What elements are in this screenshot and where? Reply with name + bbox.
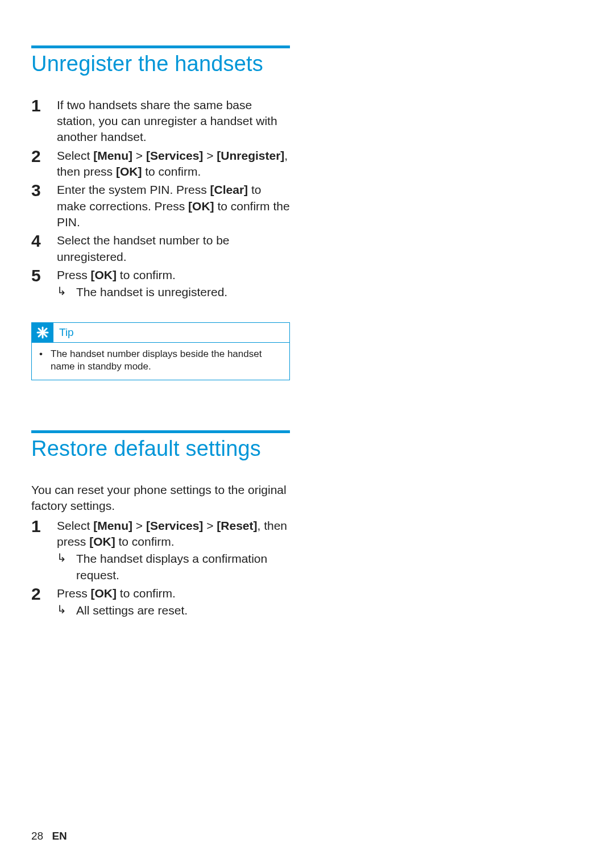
step-result: ↳ All settings are reset. [57, 603, 290, 618]
tip-header: Tip [32, 323, 289, 343]
intro-paragraph: You can reset your phone settings to the… [31, 482, 290, 514]
ok-button-label: [OK] [188, 200, 214, 213]
ok-button-label: [OK] [89, 535, 115, 548]
step-number: 1 [31, 518, 57, 535]
result-text: The handset displays a confirmation requ… [76, 551, 290, 583]
menu-button-label: [Menu] [93, 519, 132, 532]
steps-list-restore: 1 Select [Menu] > [Services] > [Reset], … [31, 518, 290, 619]
text-run: Select [57, 519, 93, 532]
text-run: Press [57, 268, 91, 281]
text-run: to confirm. [117, 587, 176, 600]
reset-label: [Reset] [217, 519, 257, 532]
text-run: > [203, 149, 217, 162]
result-arrow-icon: ↳ [57, 603, 76, 616]
steps-list-unregister: 1 If two handsets share the same base st… [31, 97, 290, 301]
result-arrow-icon: ↳ [57, 284, 76, 298]
step-text: Enter the system PIN. Press [Clear] to m… [57, 182, 290, 230]
tip-text: The handset number displays beside the h… [51, 348, 282, 373]
page-number: 28 [31, 830, 43, 842]
tip-label: Tip [53, 323, 289, 342]
tip-box: Tip • The handset number displays beside… [31, 322, 290, 381]
text-run: to confirm. [115, 535, 175, 548]
section-rule [31, 45, 290, 48]
step-5: 5 Press [OK] to confirm. ↳ The handset i… [31, 267, 290, 301]
language-code: EN [52, 830, 67, 842]
section-spacer [31, 380, 290, 430]
step-3: 3 Enter the system PIN. Press [Clear] to… [31, 182, 290, 230]
step-text: Select [Menu] > [Services] > [Reset], th… [57, 518, 290, 583]
ok-button-label: [OK] [91, 587, 117, 600]
clear-button-label: [Clear] [210, 183, 248, 196]
bullet-icon: • [39, 348, 51, 360]
step-2: 2 Select [Menu] > [Services] > [Unregist… [31, 148, 290, 180]
menu-button-label: [Menu] [93, 149, 132, 162]
step-4: 4 Select the handset number to be unregi… [31, 232, 290, 265]
step-number: 5 [31, 267, 57, 284]
step-text: Select [Menu] > [Services] > [Unregister… [57, 148, 290, 180]
section-title-unregister: Unregister the handsets [31, 52, 290, 77]
text-run: to confirm. [117, 268, 176, 281]
step-text: Select the handset number to be unregist… [57, 232, 290, 265]
manual-page: Unregister the handsets 1 If two handset… [0, 0, 614, 868]
step-number: 4 [31, 232, 57, 250]
text-run: > [132, 149, 146, 162]
step-1: 1 Select [Menu] > [Services] > [Reset], … [31, 518, 290, 583]
tip-body: • The handset number displays beside the… [32, 343, 289, 380]
result-text: The handset is unregistered. [76, 284, 227, 300]
text-run: Select [57, 149, 93, 162]
step-1: 1 If two handsets share the same base st… [31, 97, 290, 146]
step-2: 2 Press [OK] to confirm. ↳ All settings … [31, 585, 290, 619]
section-rule [31, 430, 290, 433]
asterisk-icon [32, 323, 53, 342]
step-text: If two handsets share the same base stat… [57, 97, 290, 146]
step-result: ↳ The handset displays a confirmation re… [57, 551, 290, 583]
text-run: > [203, 519, 217, 532]
step-number: 3 [31, 182, 57, 199]
step-text: Press [OK] to confirm. ↳ The handset is … [57, 267, 290, 301]
step-number: 2 [31, 585, 57, 603]
step-result: ↳ The handset is unregistered. [57, 284, 290, 300]
page-footer: 28 EN [31, 830, 67, 842]
step-number: 1 [31, 97, 57, 114]
step-number: 2 [31, 148, 57, 165]
services-label: [Services] [146, 149, 203, 162]
result-arrow-icon: ↳ [57, 551, 76, 564]
section-title-restore: Restore default settings [31, 437, 290, 462]
result-text: All settings are reset. [76, 603, 188, 618]
text-run: to confirm. [142, 165, 201, 178]
services-label: [Services] [146, 519, 203, 532]
text-run: Press [57, 587, 91, 600]
ok-button-label: [OK] [116, 165, 142, 178]
step-text: Press [OK] to confirm. ↳ All settings ar… [57, 585, 290, 619]
text-run: > [132, 519, 146, 532]
text-run: Enter the system PIN. Press [57, 183, 210, 196]
ok-button-label: [OK] [91, 268, 117, 281]
unregister-label: [Unregister] [217, 149, 284, 162]
